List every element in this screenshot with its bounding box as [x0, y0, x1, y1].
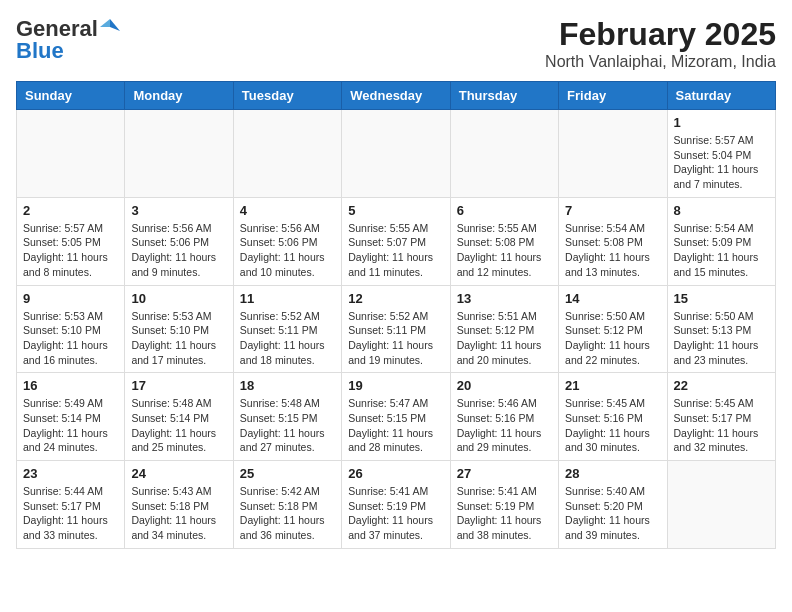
day-info: Sunrise: 5:56 AM Sunset: 5:06 PM Dayligh… [240, 221, 335, 280]
day-number: 2 [23, 203, 118, 218]
day-info: Sunrise: 5:45 AM Sunset: 5:17 PM Dayligh… [674, 396, 769, 455]
day-number: 6 [457, 203, 552, 218]
day-info: Sunrise: 5:57 AM Sunset: 5:05 PM Dayligh… [23, 221, 118, 280]
svg-marker-1 [100, 19, 110, 27]
calendar-table: SundayMondayTuesdayWednesdayThursdayFrid… [16, 81, 776, 549]
day-number: 18 [240, 378, 335, 393]
day-number: 7 [565, 203, 660, 218]
calendar-week-row: 9Sunrise: 5:53 AM Sunset: 5:10 PM Daylig… [17, 285, 776, 373]
logo-blue-text: Blue [16, 38, 64, 64]
day-info: Sunrise: 5:54 AM Sunset: 5:09 PM Dayligh… [674, 221, 769, 280]
page-subtitle: North Vanlaiphai, Mizoram, India [545, 53, 776, 71]
weekday-header: Wednesday [342, 82, 450, 110]
day-info: Sunrise: 5:43 AM Sunset: 5:18 PM Dayligh… [131, 484, 226, 543]
day-number: 23 [23, 466, 118, 481]
calendar-day-cell: 12Sunrise: 5:52 AM Sunset: 5:11 PM Dayli… [342, 285, 450, 373]
day-info: Sunrise: 5:44 AM Sunset: 5:17 PM Dayligh… [23, 484, 118, 543]
calendar-day-cell [233, 110, 341, 198]
calendar-day-cell [342, 110, 450, 198]
day-info: Sunrise: 5:42 AM Sunset: 5:18 PM Dayligh… [240, 484, 335, 543]
calendar-day-cell: 5Sunrise: 5:55 AM Sunset: 5:07 PM Daylig… [342, 197, 450, 285]
page-title: February 2025 [545, 16, 776, 53]
day-info: Sunrise: 5:57 AM Sunset: 5:04 PM Dayligh… [674, 133, 769, 192]
day-info: Sunrise: 5:50 AM Sunset: 5:13 PM Dayligh… [674, 309, 769, 368]
calendar-day-cell [17, 110, 125, 198]
day-number: 5 [348, 203, 443, 218]
calendar-day-cell: 24Sunrise: 5:43 AM Sunset: 5:18 PM Dayli… [125, 461, 233, 549]
day-info: Sunrise: 5:52 AM Sunset: 5:11 PM Dayligh… [240, 309, 335, 368]
calendar-day-cell: 27Sunrise: 5:41 AM Sunset: 5:19 PM Dayli… [450, 461, 558, 549]
day-number: 17 [131, 378, 226, 393]
calendar-day-cell: 11Sunrise: 5:52 AM Sunset: 5:11 PM Dayli… [233, 285, 341, 373]
day-number: 10 [131, 291, 226, 306]
calendar-day-cell: 25Sunrise: 5:42 AM Sunset: 5:18 PM Dayli… [233, 461, 341, 549]
calendar-day-cell: 15Sunrise: 5:50 AM Sunset: 5:13 PM Dayli… [667, 285, 775, 373]
day-info: Sunrise: 5:46 AM Sunset: 5:16 PM Dayligh… [457, 396, 552, 455]
calendar-day-cell: 6Sunrise: 5:55 AM Sunset: 5:08 PM Daylig… [450, 197, 558, 285]
day-number: 27 [457, 466, 552, 481]
calendar-day-cell: 4Sunrise: 5:56 AM Sunset: 5:06 PM Daylig… [233, 197, 341, 285]
calendar-day-cell: 2Sunrise: 5:57 AM Sunset: 5:05 PM Daylig… [17, 197, 125, 285]
calendar-day-cell: 14Sunrise: 5:50 AM Sunset: 5:12 PM Dayli… [559, 285, 667, 373]
title-area: February 2025 North Vanlaiphai, Mizoram,… [545, 16, 776, 71]
day-number: 15 [674, 291, 769, 306]
calendar-header-row: SundayMondayTuesdayWednesdayThursdayFrid… [17, 82, 776, 110]
weekday-header: Thursday [450, 82, 558, 110]
calendar-day-cell: 28Sunrise: 5:40 AM Sunset: 5:20 PM Dayli… [559, 461, 667, 549]
calendar-day-cell: 10Sunrise: 5:53 AM Sunset: 5:10 PM Dayli… [125, 285, 233, 373]
calendar-day-cell: 9Sunrise: 5:53 AM Sunset: 5:10 PM Daylig… [17, 285, 125, 373]
day-number: 22 [674, 378, 769, 393]
day-number: 14 [565, 291, 660, 306]
day-info: Sunrise: 5:40 AM Sunset: 5:20 PM Dayligh… [565, 484, 660, 543]
day-info: Sunrise: 5:49 AM Sunset: 5:14 PM Dayligh… [23, 396, 118, 455]
logo-bird-icon [100, 17, 120, 37]
calendar-day-cell: 23Sunrise: 5:44 AM Sunset: 5:17 PM Dayli… [17, 461, 125, 549]
day-info: Sunrise: 5:41 AM Sunset: 5:19 PM Dayligh… [348, 484, 443, 543]
weekday-header: Monday [125, 82, 233, 110]
calendar-day-cell: 7Sunrise: 5:54 AM Sunset: 5:08 PM Daylig… [559, 197, 667, 285]
weekday-header: Tuesday [233, 82, 341, 110]
day-number: 9 [23, 291, 118, 306]
day-number: 24 [131, 466, 226, 481]
day-number: 11 [240, 291, 335, 306]
day-info: Sunrise: 5:47 AM Sunset: 5:15 PM Dayligh… [348, 396, 443, 455]
calendar-day-cell [559, 110, 667, 198]
day-number: 8 [674, 203, 769, 218]
day-number: 1 [674, 115, 769, 130]
weekday-header: Friday [559, 82, 667, 110]
page-header: General Blue February 2025 North Vanlaip… [16, 16, 776, 71]
day-number: 13 [457, 291, 552, 306]
day-info: Sunrise: 5:53 AM Sunset: 5:10 PM Dayligh… [23, 309, 118, 368]
day-info: Sunrise: 5:48 AM Sunset: 5:15 PM Dayligh… [240, 396, 335, 455]
calendar-day-cell: 16Sunrise: 5:49 AM Sunset: 5:14 PM Dayli… [17, 373, 125, 461]
day-number: 21 [565, 378, 660, 393]
calendar-week-row: 1Sunrise: 5:57 AM Sunset: 5:04 PM Daylig… [17, 110, 776, 198]
calendar-day-cell: 1Sunrise: 5:57 AM Sunset: 5:04 PM Daylig… [667, 110, 775, 198]
day-number: 19 [348, 378, 443, 393]
svg-marker-0 [110, 19, 120, 31]
day-number: 4 [240, 203, 335, 218]
day-number: 3 [131, 203, 226, 218]
calendar-day-cell: 13Sunrise: 5:51 AM Sunset: 5:12 PM Dayli… [450, 285, 558, 373]
day-info: Sunrise: 5:55 AM Sunset: 5:08 PM Dayligh… [457, 221, 552, 280]
logo: General Blue [16, 16, 120, 64]
calendar-week-row: 16Sunrise: 5:49 AM Sunset: 5:14 PM Dayli… [17, 373, 776, 461]
calendar-day-cell [125, 110, 233, 198]
calendar-week-row: 23Sunrise: 5:44 AM Sunset: 5:17 PM Dayli… [17, 461, 776, 549]
calendar-day-cell: 21Sunrise: 5:45 AM Sunset: 5:16 PM Dayli… [559, 373, 667, 461]
day-info: Sunrise: 5:45 AM Sunset: 5:16 PM Dayligh… [565, 396, 660, 455]
calendar-day-cell: 3Sunrise: 5:56 AM Sunset: 5:06 PM Daylig… [125, 197, 233, 285]
calendar-day-cell: 19Sunrise: 5:47 AM Sunset: 5:15 PM Dayli… [342, 373, 450, 461]
calendar-day-cell: 18Sunrise: 5:48 AM Sunset: 5:15 PM Dayli… [233, 373, 341, 461]
day-info: Sunrise: 5:56 AM Sunset: 5:06 PM Dayligh… [131, 221, 226, 280]
calendar-day-cell [667, 461, 775, 549]
calendar-week-row: 2Sunrise: 5:57 AM Sunset: 5:05 PM Daylig… [17, 197, 776, 285]
calendar-day-cell: 22Sunrise: 5:45 AM Sunset: 5:17 PM Dayli… [667, 373, 775, 461]
day-info: Sunrise: 5:55 AM Sunset: 5:07 PM Dayligh… [348, 221, 443, 280]
day-info: Sunrise: 5:53 AM Sunset: 5:10 PM Dayligh… [131, 309, 226, 368]
calendar-day-cell: 17Sunrise: 5:48 AM Sunset: 5:14 PM Dayli… [125, 373, 233, 461]
day-info: Sunrise: 5:54 AM Sunset: 5:08 PM Dayligh… [565, 221, 660, 280]
weekday-header: Sunday [17, 82, 125, 110]
day-info: Sunrise: 5:48 AM Sunset: 5:14 PM Dayligh… [131, 396, 226, 455]
day-number: 20 [457, 378, 552, 393]
